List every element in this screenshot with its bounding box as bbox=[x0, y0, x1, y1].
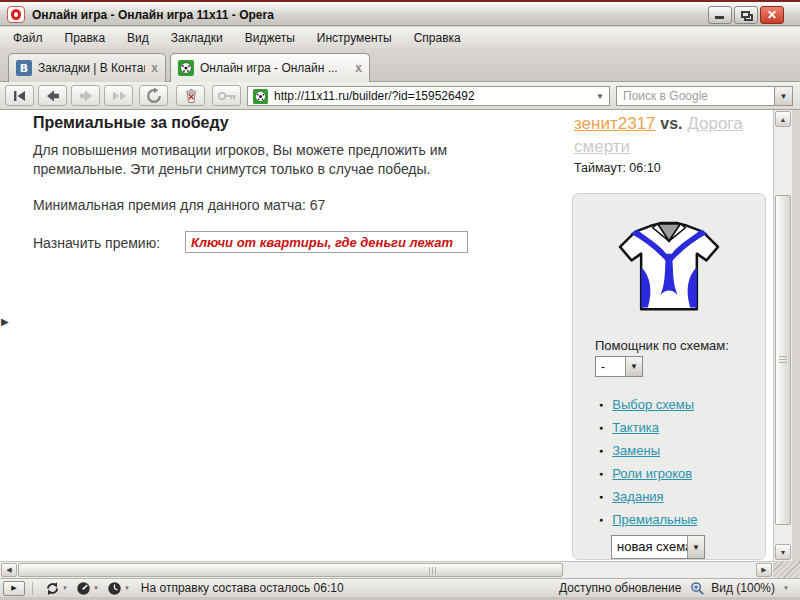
address-bar[interactable]: http://11x11.ru/builder/?id=159526492 ▼ bbox=[247, 86, 610, 106]
page-favicon-icon bbox=[253, 89, 268, 104]
trash-button[interactable] bbox=[176, 85, 205, 106]
tab-vkontakte[interactable]: В Закладки | В Контакте... x bbox=[8, 53, 166, 82]
key-icon bbox=[217, 90, 237, 102]
menu-view[interactable]: Вид bbox=[116, 29, 160, 47]
home-team-link[interactable]: зенит2317 bbox=[574, 114, 656, 133]
chevron-down-icon[interactable]: ▼ bbox=[62, 585, 68, 591]
address-dropdown-icon[interactable]: ▼ bbox=[596, 92, 604, 101]
tab-label: Закладки | В Контакте... bbox=[38, 61, 145, 75]
list-item: Замены bbox=[599, 443, 698, 458]
link-premiums[interactable]: Премиальные bbox=[612, 512, 697, 527]
min-premium-text: Минимальная премия для данного матча: 67 bbox=[33, 197, 325, 213]
link-tasks[interactable]: Задания bbox=[612, 489, 663, 504]
menu-edit[interactable]: Правка bbox=[54, 29, 117, 47]
menu-tools[interactable]: Инструменты bbox=[306, 29, 403, 47]
vk-favicon-icon: В bbox=[16, 60, 32, 76]
chevron-down-icon[interactable]: ▼ bbox=[93, 585, 99, 591]
minimize-icon bbox=[715, 16, 724, 19]
menu-widgets[interactable]: Виджеты bbox=[234, 29, 306, 47]
search-placeholder[interactable]: Поиск в Google bbox=[617, 89, 774, 103]
menu-help[interactable]: Справка bbox=[403, 29, 472, 47]
status-bar: ▶ ▼ ▼ ▼ На отправку состава осталось 06:… bbox=[0, 578, 800, 597]
vertical-scroll-thumb[interactable] bbox=[775, 195, 791, 525]
scroll-down-icon[interactable]: ▼ bbox=[775, 544, 791, 560]
scheme-panel: Помощник по схемам: - ▼ Выбор схемы Такт… bbox=[572, 193, 766, 560]
page-content: Премиальные за победу Для повышения моти… bbox=[0, 110, 773, 561]
close-button[interactable]: ✕ bbox=[760, 6, 784, 24]
chevron-down-icon[interactable]: ▼ bbox=[124, 585, 130, 591]
title-bar: Онлайн игра - Онлайн игра 11x11 - Opera … bbox=[0, 0, 800, 26]
description-text: Для повышения мотивации игроков, Вы може… bbox=[33, 141, 503, 179]
panels-toggle-arrow[interactable]: ▶ bbox=[1, 316, 9, 327]
rewind-icon bbox=[11, 87, 29, 105]
search-field[interactable]: Поиск в Google ▼ bbox=[616, 86, 793, 106]
turbo-icon[interactable] bbox=[76, 581, 91, 596]
go-first-button[interactable] bbox=[5, 85, 34, 106]
list-item: Роли игроков bbox=[599, 466, 698, 481]
tab-online-game[interactable]: Онлайн игра - Онлайн ... x bbox=[170, 53, 370, 82]
resize-grip[interactable] bbox=[773, 561, 800, 579]
forward-arrow-icon bbox=[77, 87, 95, 105]
menu-bookmarks[interactable]: Закладки bbox=[160, 29, 234, 47]
opera-logo-icon bbox=[7, 6, 25, 23]
address-url[interactable]: http://11x11.ru/builder/?id=159526492 bbox=[274, 89, 590, 103]
navigation-toolbar: http://11x11.ru/builder/?id=159526492 ▼ … bbox=[0, 82, 800, 110]
update-available-text[interactable]: Доступно обновление bbox=[559, 581, 681, 595]
chevron-down-icon[interactable]: ▼ bbox=[783, 585, 789, 591]
premium-input[interactable] bbox=[185, 231, 468, 253]
scroll-right-icon[interactable]: ▶ bbox=[756, 563, 772, 577]
list-item: Выбор схемы bbox=[599, 397, 698, 412]
menu-bar: Файл Правка Вид Закладки Виджеты Инструм… bbox=[0, 27, 800, 48]
forward-button[interactable] bbox=[71, 85, 100, 106]
back-arrow-icon bbox=[44, 87, 62, 105]
fast-forward-icon bbox=[110, 87, 128, 105]
restore-button[interactable] bbox=[734, 6, 758, 24]
clock-icon[interactable] bbox=[107, 581, 122, 596]
list-item: Премиальные bbox=[599, 512, 698, 527]
reload-icon bbox=[145, 87, 163, 105]
reload-button[interactable] bbox=[139, 85, 168, 106]
soccer-favicon-icon bbox=[178, 60, 194, 76]
search-engine-dropdown[interactable]: ▼ bbox=[774, 87, 792, 105]
new-scheme-select[interactable]: новая схема ▼ bbox=[611, 535, 705, 559]
chevron-down-icon[interactable]: ▼ bbox=[625, 357, 642, 376]
chevron-down-icon[interactable]: ▼ bbox=[687, 536, 704, 558]
fast-forward-button[interactable] bbox=[104, 85, 133, 106]
send-countdown-text: На отправку состава осталось 06:10 bbox=[141, 581, 344, 595]
trash-icon bbox=[182, 87, 200, 105]
svg-text:В: В bbox=[20, 62, 28, 75]
assign-premium-label: Назначить премию: bbox=[33, 235, 160, 251]
timeout-label: Таймаут: 06:10 bbox=[574, 161, 661, 175]
tab-label: Онлайн игра - Онлайн ... bbox=[200, 61, 349, 75]
team-jersey-image bbox=[616, 221, 722, 317]
view-zoom-label[interactable]: Вид (100%) bbox=[711, 581, 775, 595]
list-item: Тактика bbox=[599, 420, 698, 435]
minimize-button[interactable] bbox=[708, 6, 732, 24]
zoom-magnifier-icon[interactable] bbox=[690, 581, 705, 596]
horizontal-scrollbar[interactable]: ◀ ▶ bbox=[0, 561, 773, 578]
scroll-left-icon[interactable]: ◀ bbox=[1, 563, 17, 577]
tab-close-icon[interactable]: x bbox=[151, 61, 158, 75]
menu-file[interactable]: Файл bbox=[2, 29, 54, 47]
new-scheme-value: новая схема bbox=[612, 536, 687, 558]
link-tactics[interactable]: Тактика bbox=[612, 420, 659, 435]
wand-password-button[interactable] bbox=[212, 85, 241, 106]
close-icon: ✕ bbox=[761, 8, 783, 22]
scroll-up-icon[interactable]: ▲ bbox=[775, 111, 791, 127]
scheme-helper-value: - bbox=[596, 357, 625, 376]
horizontal-scroll-thumb[interactable] bbox=[18, 563, 563, 577]
panels-toggle-button[interactable]: ▶ bbox=[3, 581, 25, 596]
sync-icon[interactable] bbox=[45, 581, 60, 596]
scheme-helper-label: Помощник по схемам: bbox=[595, 338, 729, 353]
page-title: Премиальные за победу bbox=[33, 114, 229, 132]
tab-bar: В Закладки | В Контакте... x Онлайн игра… bbox=[0, 48, 800, 82]
back-button[interactable] bbox=[38, 85, 67, 106]
window-title: Онлайн игра - Онлайн игра 11x11 - Opera bbox=[32, 8, 274, 22]
link-scheme-choice[interactable]: Выбор схемы bbox=[612, 397, 694, 412]
match-header: зенит2317 vs. Дорога смерти bbox=[574, 112, 770, 158]
link-player-roles[interactable]: Роли игроков bbox=[612, 466, 692, 481]
vertical-scrollbar[interactable]: ▲ ▼ bbox=[773, 110, 792, 561]
link-substitutions[interactable]: Замены bbox=[612, 443, 660, 458]
scheme-helper-select[interactable]: - ▼ bbox=[595, 356, 643, 377]
tab-close-icon[interactable]: x bbox=[355, 61, 362, 75]
